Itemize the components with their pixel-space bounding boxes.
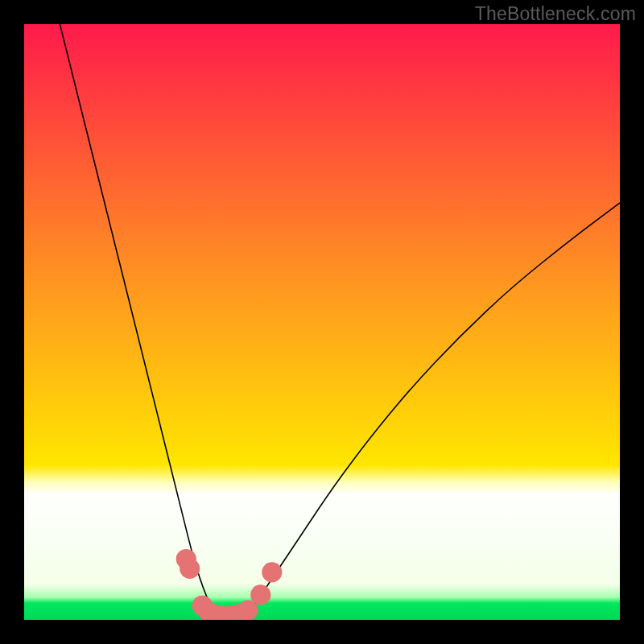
data-marker xyxy=(262,562,282,582)
data-marker xyxy=(180,559,200,579)
plot-area xyxy=(24,24,620,620)
watermark-label: TheBottleneck.com xyxy=(475,3,636,25)
data-marker xyxy=(250,584,270,605)
chart-svg xyxy=(24,24,620,620)
gradient-background xyxy=(24,24,620,620)
chart-container: TheBottleneck.com xyxy=(0,0,644,644)
